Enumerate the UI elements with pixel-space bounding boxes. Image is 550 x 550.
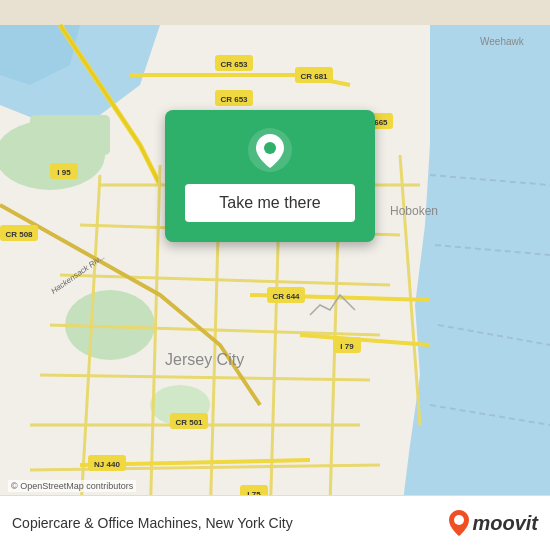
svg-text:Weehawk: Weehawk	[480, 36, 525, 47]
svg-text:CR 681: CR 681	[300, 72, 328, 81]
svg-text:CR 508: CR 508	[5, 230, 33, 239]
take-me-there-button[interactable]: Take me there	[185, 184, 355, 222]
bottom-bar: Copiercare & Office Machines, New York C…	[0, 495, 550, 550]
location-pin-icon	[246, 126, 294, 174]
svg-text:CR 501: CR 501	[175, 418, 203, 427]
copyright-text: © OpenStreetMap contributors	[8, 480, 136, 492]
svg-point-36	[454, 515, 464, 525]
svg-text:I 95: I 95	[57, 168, 71, 177]
moovit-text: moovit	[472, 512, 538, 535]
svg-text:CR 644: CR 644	[272, 292, 300, 301]
svg-text:CR 653: CR 653	[220, 60, 248, 69]
moovit-pin-icon	[448, 509, 470, 537]
svg-rect-6	[30, 115, 110, 155]
svg-text:CR 653: CR 653	[220, 95, 248, 104]
svg-point-35	[264, 142, 276, 154]
navigation-card: Take me there	[165, 110, 375, 242]
map-container: Hackensack Riv... CR 653 CR 681 CR 653 C…	[0, 0, 550, 550]
svg-text:NJ 440: NJ 440	[94, 460, 120, 469]
moovit-logo: moovit	[448, 509, 538, 537]
svg-text:I 79: I 79	[340, 342, 354, 351]
map-svg: Hackensack Riv... CR 653 CR 681 CR 653 C…	[0, 0, 550, 550]
svg-text:Jersey City: Jersey City	[165, 351, 244, 368]
location-name: Copiercare & Office Machines, New York C…	[12, 515, 448, 531]
svg-text:Hoboken: Hoboken	[390, 204, 438, 218]
